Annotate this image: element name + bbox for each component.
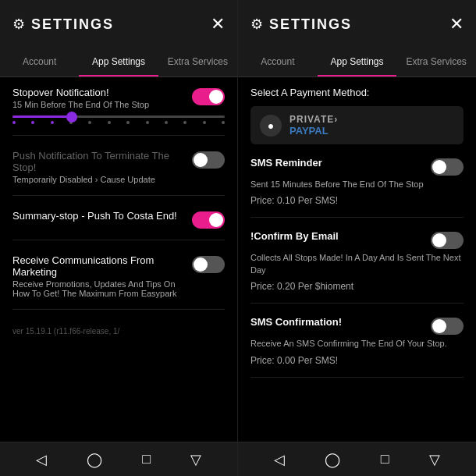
left-footer: ◁ ◯ □ ▽: [0, 442, 237, 476]
right-header-title: SETTINGS: [269, 16, 352, 33]
left-close-button[interactable]: ✕: [211, 16, 225, 33]
left-download-icon[interactable]: ▽: [190, 451, 201, 468]
push-notification-label-group: Push Notification To Terminate The Stop!…: [12, 150, 192, 184]
left-back-icon[interactable]: ◁: [36, 451, 47, 468]
payment-method-icon: ●: [260, 115, 282, 137]
left-panel: ⚙ SETTINGS ✕ Account App Settings Extra …: [0, 0, 238, 476]
left-content: Stopover Notification! 15 Min Before The…: [0, 77, 237, 442]
left-recents-icon[interactable]: □: [142, 451, 151, 467]
confirm-email-price: Price: 0.20 Per $hioment: [250, 281, 464, 292]
slider-dot-9: [165, 121, 168, 124]
left-header-title: SETTINGS: [31, 16, 114, 33]
summary-stop-label-group: Summary-stop - Push To Costa End!: [12, 210, 183, 222]
receive-comms-row: Receive Communications From Marketing Re…: [12, 254, 225, 298]
stopover-toggle[interactable]: [192, 88, 225, 105]
right-tab-extra-services[interactable]: Extra Services: [396, 48, 476, 76]
confirm-email-desc: Collects All Stops Made! In A Day And Is…: [250, 252, 464, 276]
receive-comms-label: Receive Communications From Marketing: [12, 254, 192, 278]
left-tab-account[interactable]: Account: [0, 48, 79, 76]
slider-dot-2: [31, 121, 34, 124]
right-tab-account[interactable]: Account: [238, 48, 318, 76]
sms-reminder-row: SMS Reminder: [250, 157, 464, 176]
slider-dot-10: [183, 121, 186, 124]
right-download-icon[interactable]: ▽: [429, 451, 440, 468]
slider-dot-6: [108, 121, 111, 124]
push-notification-label: Push Notification To Terminate The Stop!: [12, 150, 192, 173]
right-settings-icon: ⚙: [250, 16, 263, 33]
receive-comms-label-group: Receive Communications From Marketing Re…: [12, 254, 192, 298]
service-sms-confirmation: SMS Confirmation! Receive An SMS Confirm…: [250, 316, 464, 377]
slider-dot-11: [203, 121, 206, 124]
right-back-icon[interactable]: ◁: [274, 451, 285, 468]
right-tabs: Account App Settings Extra Services: [238, 48, 476, 77]
service-sms-reminder: SMS Reminder Sent 15 Minutes Before The …: [250, 157, 464, 218]
left-tabs: Account App Settings Extra Services: [0, 48, 237, 77]
summary-stop-row: Summary-stop - Push To Costa End!: [12, 210, 225, 229]
sms-reminder-toggle[interactable]: [431, 158, 464, 176]
left-version: ver 15.19.1 (r11.f66-release, 1/: [12, 324, 225, 342]
summary-stop-toggle-knob: [209, 213, 223, 227]
slider-dot-12: [222, 121, 225, 124]
setting-push-notification: Push Notification To Terminate The Stop!…: [12, 150, 225, 196]
stopover-label: Stopover Notification!: [12, 87, 149, 98]
receive-comms-sublabel: Receive Promotions, Updates And Tips On …: [12, 279, 192, 298]
left-tab-app-settings[interactable]: App Settings: [79, 48, 158, 76]
payment-section: Select A Payment Method: ● PRIVATE› PAYP…: [250, 87, 464, 144]
sms-reminder-toggle-knob: [432, 160, 446, 174]
setting-stopover-row: Stopover Notification! 15 Min Before The…: [12, 87, 225, 109]
sms-confirmation-toggle-knob: [432, 319, 446, 333]
confirm-email-toggle-knob: [432, 233, 446, 247]
sms-confirmation-price: Price: 0.00 Per SMS!: [250, 355, 464, 366]
push-notification-toggle[interactable]: [192, 151, 225, 169]
right-close-button[interactable]: ✕: [449, 16, 464, 33]
push-notification-row: Push Notification To Terminate The Stop!…: [12, 150, 225, 184]
push-notification-sublabel: Temporarily Disabled › Cause Update: [12, 175, 192, 184]
paypal-label: PAYPAL: [290, 125, 338, 137]
stopover-label-group: Stopover Notification! 15 Min Before The…: [12, 87, 149, 109]
payment-info: PRIVATE› PAYPAL: [290, 114, 338, 137]
service-confirm-email: !Confirm By Email Collects All Stops Mad…: [250, 230, 464, 304]
setting-summary-stop: Summary-stop - Push To Costa End!: [12, 210, 225, 240]
right-tab-app-settings[interactable]: App Settings: [318, 48, 397, 76]
right-home-icon[interactable]: ◯: [325, 451, 340, 468]
confirm-email-toggle[interactable]: [431, 232, 464, 249]
stopover-toggle-knob: [209, 90, 223, 104]
left-header: ⚙ SETTINGS ✕: [0, 0, 237, 48]
push-notification-toggle-knob: [194, 153, 208, 167]
setting-receive-communications: Receive Communications From Marketing Re…: [12, 254, 225, 310]
receive-comms-toggle[interactable]: [192, 256, 225, 273]
right-header-left: ⚙ SETTINGS: [250, 16, 352, 33]
confirm-email-name: !Confirm By Email: [250, 230, 339, 242]
right-panel: ⚙ SETTINGS ✕ Account App Settings Extra …: [238, 0, 476, 476]
right-recents-icon[interactable]: □: [381, 451, 389, 467]
payment-private-label: PRIVATE›: [290, 114, 338, 125]
payment-method-row[interactable]: ● PRIVATE› PAYPAL: [250, 106, 464, 144]
right-header: ⚙ SETTINGS ✕: [238, 0, 476, 48]
setting-stopover-notification: Stopover Notification! 15 Min Before The…: [12, 87, 225, 136]
payment-section-label: Select A Payment Method:: [250, 87, 464, 98]
sms-confirmation-name: SMS Confirmation!: [250, 316, 342, 328]
slider-dot-5: [88, 121, 91, 124]
sms-confirmation-toggle[interactable]: [431, 318, 464, 335]
sms-reminder-name: SMS Reminder: [250, 157, 322, 169]
sms-reminder-price: Price: 0.10 Per SMS!: [250, 195, 464, 206]
right-footer: ◁ ◯ □ ▽: [238, 442, 476, 476]
slider-dot-1: [12, 121, 16, 124]
slider-thumb: [66, 112, 77, 123]
slider-fill: [12, 115, 72, 118]
confirm-email-row: !Confirm By Email: [250, 230, 464, 249]
stopover-slider[interactable]: [12, 115, 225, 124]
slider-dot-8: [146, 121, 149, 124]
receive-comms-toggle-knob: [194, 258, 208, 272]
stopover-sublabel: 15 Min Before The End Of The Stop: [12, 100, 149, 109]
left-home-icon[interactable]: ◯: [87, 451, 102, 468]
slider-track: [12, 115, 225, 118]
slider-dot-3: [51, 121, 54, 124]
slider-dots: [12, 121, 225, 124]
slider-dot-7: [126, 121, 130, 124]
summary-stop-label: Summary-stop - Push To Costa End!: [12, 210, 183, 222]
left-header-left: ⚙ SETTINGS: [12, 16, 114, 33]
left-tab-extra-services[interactable]: Extra Services: [158, 48, 237, 76]
summary-stop-toggle[interactable]: [192, 211, 225, 229]
right-content: Select A Payment Method: ● PRIVATE› PAYP…: [238, 77, 476, 442]
